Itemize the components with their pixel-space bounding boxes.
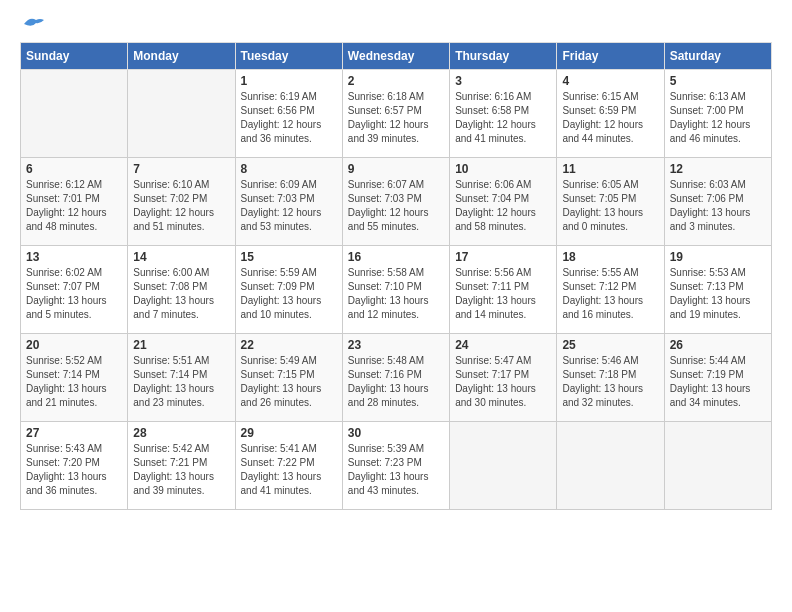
day-cell: 16Sunrise: 5:58 AM Sunset: 7:10 PM Dayli… [342, 246, 449, 334]
day-number: 3 [455, 74, 551, 88]
day-info: Sunrise: 5:44 AM Sunset: 7:19 PM Dayligh… [670, 354, 766, 410]
day-cell: 20Sunrise: 5:52 AM Sunset: 7:14 PM Dayli… [21, 334, 128, 422]
day-cell: 3Sunrise: 6:16 AM Sunset: 6:58 PM Daylig… [450, 70, 557, 158]
day-info: Sunrise: 5:55 AM Sunset: 7:12 PM Dayligh… [562, 266, 658, 322]
day-info: Sunrise: 6:05 AM Sunset: 7:05 PM Dayligh… [562, 178, 658, 234]
day-info: Sunrise: 5:46 AM Sunset: 7:18 PM Dayligh… [562, 354, 658, 410]
day-cell: 1Sunrise: 6:19 AM Sunset: 6:56 PM Daylig… [235, 70, 342, 158]
calendar-table: SundayMondayTuesdayWednesdayThursdayFrid… [20, 42, 772, 510]
day-number: 21 [133, 338, 229, 352]
day-info: Sunrise: 6:13 AM Sunset: 7:00 PM Dayligh… [670, 90, 766, 146]
day-info: Sunrise: 6:00 AM Sunset: 7:08 PM Dayligh… [133, 266, 229, 322]
day-cell: 13Sunrise: 6:02 AM Sunset: 7:07 PM Dayli… [21, 246, 128, 334]
header-friday: Friday [557, 43, 664, 70]
day-number: 14 [133, 250, 229, 264]
day-cell: 7Sunrise: 6:10 AM Sunset: 7:02 PM Daylig… [128, 158, 235, 246]
day-number: 17 [455, 250, 551, 264]
day-number: 10 [455, 162, 551, 176]
day-info: Sunrise: 5:42 AM Sunset: 7:21 PM Dayligh… [133, 442, 229, 498]
day-cell [450, 422, 557, 510]
day-cell: 23Sunrise: 5:48 AM Sunset: 7:16 PM Dayli… [342, 334, 449, 422]
day-info: Sunrise: 6:09 AM Sunset: 7:03 PM Dayligh… [241, 178, 337, 234]
day-number: 7 [133, 162, 229, 176]
header-monday: Monday [128, 43, 235, 70]
day-info: Sunrise: 5:41 AM Sunset: 7:22 PM Dayligh… [241, 442, 337, 498]
day-info: Sunrise: 6:03 AM Sunset: 7:06 PM Dayligh… [670, 178, 766, 234]
day-cell: 2Sunrise: 6:18 AM Sunset: 6:57 PM Daylig… [342, 70, 449, 158]
day-cell [21, 70, 128, 158]
day-cell: 15Sunrise: 5:59 AM Sunset: 7:09 PM Dayli… [235, 246, 342, 334]
day-number: 28 [133, 426, 229, 440]
day-number: 23 [348, 338, 444, 352]
header-tuesday: Tuesday [235, 43, 342, 70]
day-cell [557, 422, 664, 510]
day-cell: 22Sunrise: 5:49 AM Sunset: 7:15 PM Dayli… [235, 334, 342, 422]
day-cell: 26Sunrise: 5:44 AM Sunset: 7:19 PM Dayli… [664, 334, 771, 422]
day-number: 26 [670, 338, 766, 352]
logo-bird-icon [22, 16, 44, 32]
day-cell: 10Sunrise: 6:06 AM Sunset: 7:04 PM Dayli… [450, 158, 557, 246]
day-number: 24 [455, 338, 551, 352]
day-info: Sunrise: 6:15 AM Sunset: 6:59 PM Dayligh… [562, 90, 658, 146]
week-row-3: 13Sunrise: 6:02 AM Sunset: 7:07 PM Dayli… [21, 246, 772, 334]
day-number: 22 [241, 338, 337, 352]
day-number: 20 [26, 338, 122, 352]
day-number: 19 [670, 250, 766, 264]
day-cell: 11Sunrise: 6:05 AM Sunset: 7:05 PM Dayli… [557, 158, 664, 246]
logo [20, 20, 44, 32]
day-cell: 24Sunrise: 5:47 AM Sunset: 7:17 PM Dayli… [450, 334, 557, 422]
day-cell: 4Sunrise: 6:15 AM Sunset: 6:59 PM Daylig… [557, 70, 664, 158]
day-cell [664, 422, 771, 510]
day-cell: 29Sunrise: 5:41 AM Sunset: 7:22 PM Dayli… [235, 422, 342, 510]
calendar-header: SundayMondayTuesdayWednesdayThursdayFrid… [21, 43, 772, 70]
header-row: SundayMondayTuesdayWednesdayThursdayFrid… [21, 43, 772, 70]
day-number: 27 [26, 426, 122, 440]
day-info: Sunrise: 6:16 AM Sunset: 6:58 PM Dayligh… [455, 90, 551, 146]
header-wednesday: Wednesday [342, 43, 449, 70]
header-thursday: Thursday [450, 43, 557, 70]
day-number: 29 [241, 426, 337, 440]
page-header [20, 20, 772, 32]
day-info: Sunrise: 5:56 AM Sunset: 7:11 PM Dayligh… [455, 266, 551, 322]
day-number: 12 [670, 162, 766, 176]
day-number: 13 [26, 250, 122, 264]
day-info: Sunrise: 6:02 AM Sunset: 7:07 PM Dayligh… [26, 266, 122, 322]
header-saturday: Saturday [664, 43, 771, 70]
day-cell: 5Sunrise: 6:13 AM Sunset: 7:00 PM Daylig… [664, 70, 771, 158]
day-number: 16 [348, 250, 444, 264]
day-info: Sunrise: 5:52 AM Sunset: 7:14 PM Dayligh… [26, 354, 122, 410]
day-cell: 8Sunrise: 6:09 AM Sunset: 7:03 PM Daylig… [235, 158, 342, 246]
day-cell [128, 70, 235, 158]
header-sunday: Sunday [21, 43, 128, 70]
day-info: Sunrise: 5:53 AM Sunset: 7:13 PM Dayligh… [670, 266, 766, 322]
day-cell: 17Sunrise: 5:56 AM Sunset: 7:11 PM Dayli… [450, 246, 557, 334]
day-cell: 21Sunrise: 5:51 AM Sunset: 7:14 PM Dayli… [128, 334, 235, 422]
day-info: Sunrise: 6:19 AM Sunset: 6:56 PM Dayligh… [241, 90, 337, 146]
day-cell: 19Sunrise: 5:53 AM Sunset: 7:13 PM Dayli… [664, 246, 771, 334]
day-cell: 28Sunrise: 5:42 AM Sunset: 7:21 PM Dayli… [128, 422, 235, 510]
day-number: 15 [241, 250, 337, 264]
day-cell: 14Sunrise: 6:00 AM Sunset: 7:08 PM Dayli… [128, 246, 235, 334]
day-info: Sunrise: 5:59 AM Sunset: 7:09 PM Dayligh… [241, 266, 337, 322]
week-row-4: 20Sunrise: 5:52 AM Sunset: 7:14 PM Dayli… [21, 334, 772, 422]
week-row-5: 27Sunrise: 5:43 AM Sunset: 7:20 PM Dayli… [21, 422, 772, 510]
day-number: 18 [562, 250, 658, 264]
week-row-1: 1Sunrise: 6:19 AM Sunset: 6:56 PM Daylig… [21, 70, 772, 158]
day-number: 6 [26, 162, 122, 176]
day-number: 30 [348, 426, 444, 440]
day-cell: 27Sunrise: 5:43 AM Sunset: 7:20 PM Dayli… [21, 422, 128, 510]
day-cell: 6Sunrise: 6:12 AM Sunset: 7:01 PM Daylig… [21, 158, 128, 246]
day-info: Sunrise: 6:07 AM Sunset: 7:03 PM Dayligh… [348, 178, 444, 234]
day-cell: 9Sunrise: 6:07 AM Sunset: 7:03 PM Daylig… [342, 158, 449, 246]
day-info: Sunrise: 6:12 AM Sunset: 7:01 PM Dayligh… [26, 178, 122, 234]
day-number: 5 [670, 74, 766, 88]
day-info: Sunrise: 5:48 AM Sunset: 7:16 PM Dayligh… [348, 354, 444, 410]
week-row-2: 6Sunrise: 6:12 AM Sunset: 7:01 PM Daylig… [21, 158, 772, 246]
day-info: Sunrise: 6:10 AM Sunset: 7:02 PM Dayligh… [133, 178, 229, 234]
day-cell: 30Sunrise: 5:39 AM Sunset: 7:23 PM Dayli… [342, 422, 449, 510]
day-number: 11 [562, 162, 658, 176]
day-number: 1 [241, 74, 337, 88]
day-number: 25 [562, 338, 658, 352]
day-number: 4 [562, 74, 658, 88]
day-info: Sunrise: 5:58 AM Sunset: 7:10 PM Dayligh… [348, 266, 444, 322]
